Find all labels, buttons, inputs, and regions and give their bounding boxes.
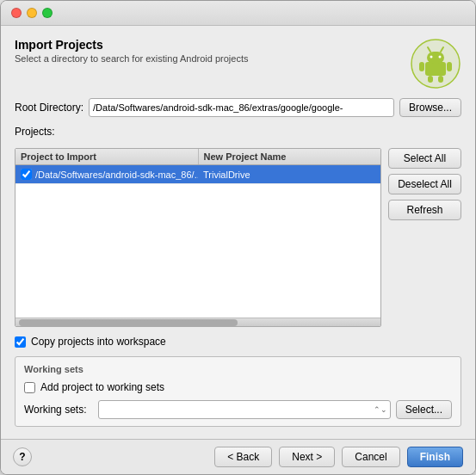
deselect-all-button[interactable]: Deselect All	[388, 174, 461, 194]
working-sets-select[interactable]	[98, 400, 391, 419]
root-dir-input[interactable]	[89, 98, 394, 117]
svg-rect-11	[438, 76, 443, 83]
title-bar	[1, 1, 475, 26]
refresh-button[interactable]: Refresh	[388, 200, 461, 220]
projects-section: Project to Import New Project Name /Data…	[15, 148, 461, 327]
working-sets-title: Working sets	[24, 364, 452, 374]
svg-point-4	[430, 56, 433, 59]
add-working-sets-row: Add project to working sets	[24, 381, 452, 393]
dialog-subtitle: Select a directory to search for existin…	[15, 53, 248, 64]
root-dir-label: Root Directory:	[15, 102, 83, 114]
svg-rect-3	[427, 52, 444, 64]
table-row[interactable]: /Data/Softwares/android-sdk-mac_86/... T…	[15, 165, 380, 184]
projects-label: Projects:	[15, 126, 461, 138]
copy-projects-label[interactable]: Copy projects into workspace	[31, 336, 166, 348]
browse-button[interactable]: Browse...	[399, 98, 461, 117]
svg-point-5	[439, 56, 442, 59]
finish-button[interactable]: Finish	[407, 447, 463, 467]
back-button[interactable]: < Back	[214, 447, 272, 467]
close-button[interactable]	[11, 8, 22, 18]
col-project: Project to Import	[15, 149, 199, 164]
traffic-lights	[11, 8, 53, 18]
working-sets-section: Working sets Add project to working sets…	[15, 356, 461, 427]
add-working-sets-label[interactable]: Add project to working sets	[40, 381, 164, 393]
svg-rect-8	[419, 62, 424, 71]
select-all-button[interactable]: Select All	[388, 148, 461, 169]
add-working-sets-checkbox[interactable]	[24, 382, 35, 393]
root-directory-row: Root Directory: Browse...	[15, 98, 461, 117]
svg-rect-2	[425, 62, 446, 76]
help-button[interactable]: ?	[13, 447, 32, 466]
header-text: Import Projects Select a directory to se…	[15, 38, 248, 64]
copy-projects-row: Copy projects into workspace	[15, 336, 461, 348]
table-header: Project to Import New Project Name	[15, 149, 380, 165]
content-area: Import Projects Select a directory to se…	[1, 26, 475, 439]
table-body: /Data/Softwares/android-sdk-mac_86/... T…	[15, 165, 380, 318]
working-sets-input-row: Working sets: ⌃⌄ Select...	[24, 400, 452, 419]
header-section: Import Projects Select a directory to se…	[15, 38, 461, 89]
cell-project: /Data/Softwares/android-sdk-mac_86/...	[15, 167, 198, 182]
projects-table: Project to Import New Project Name /Data…	[15, 148, 381, 327]
svg-rect-9	[447, 62, 452, 71]
dialog-title: Import Projects	[15, 38, 248, 52]
working-sets-label: Working sets:	[24, 404, 93, 416]
nav-buttons: < Back Next > Cancel Finish	[214, 447, 463, 467]
cancel-button[interactable]: Cancel	[342, 447, 399, 467]
svg-rect-10	[428, 76, 433, 83]
bottom-bar: ? < Back Next > Cancel Finish	[1, 439, 475, 474]
maximize-button[interactable]	[42, 8, 53, 18]
cell-new-name: TrivialDrive	[198, 168, 380, 182]
dialog-window: Import Projects Select a directory to se…	[0, 0, 476, 475]
project-path: /Data/Softwares/android-sdk-mac_86/...	[35, 170, 198, 180]
row-checkbox[interactable]	[21, 169, 32, 180]
copy-projects-checkbox[interactable]	[15, 336, 26, 348]
scrollbar-thumb	[19, 319, 238, 326]
android-icon	[410, 38, 461, 89]
select-working-sets-button[interactable]: Select...	[396, 400, 452, 419]
horizontal-scrollbar[interactable]	[15, 318, 380, 326]
minimize-button[interactable]	[27, 8, 37, 18]
side-buttons: Select All Deselect All Refresh	[388, 148, 461, 327]
next-button[interactable]: Next >	[279, 447, 335, 467]
working-sets-combo-wrapper: ⌃⌄	[98, 400, 391, 419]
col-new-name: New Project Name	[199, 149, 381, 164]
